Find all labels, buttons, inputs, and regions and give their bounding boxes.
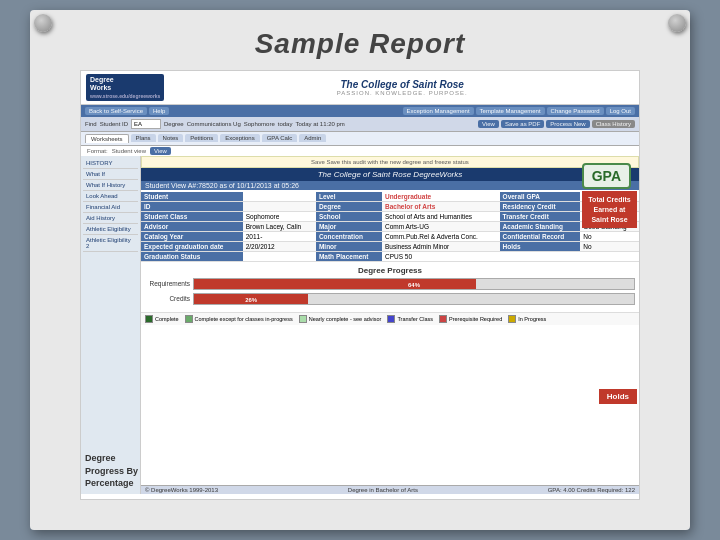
tab-exceptions[interactable]: Exceptions [220,134,259,142]
legend-transfer: Transfer Class [387,315,433,323]
legend-in-progress: In Progress [508,315,546,323]
advisor-value: Brown Lacey, Calin [243,221,316,231]
class-label-t: Student Class [141,211,243,221]
student-info-table: Student Level Undergraduate Overall GPA … [141,192,639,262]
math-value: CPUS 50 [382,251,500,261]
minor-value: Business Admin Minor [382,241,500,251]
legend-complete-icon [145,315,153,323]
gpa-callout: GPA [582,163,631,189]
legend-nearly-label: Nearly complete - see advisor [309,316,382,322]
advisor-label: Advisor [141,221,243,231]
transfer-label: Transfer Credit [500,211,581,221]
school-value: School of Arts and Humanities [382,211,500,221]
student-id-label: Student ID [100,121,128,127]
tab-notes[interactable]: Notes [158,134,184,142]
holds-callout: Holds [599,389,637,404]
degree-label-bottom: Degree in Bachelor of Arts [348,487,418,493]
overall-gpa-label: Overall GPA [500,192,581,202]
standing-label: Academic Standing [500,221,581,231]
legend-nearly: Nearly complete - see advisor [299,315,382,323]
grad-status-value [243,251,316,261]
sub-view-btn[interactable]: View [150,147,171,155]
class-history-button[interactable]: Class History [592,120,635,128]
degree-col-value: Bachelor of Arts [382,201,500,211]
legend-complete-label: Complete [155,316,179,322]
pin-top-right [668,14,686,32]
sidebar-item-financial-aid[interactable]: Financial Aid [83,202,138,213]
grad-status-label: Graduation Status [141,251,243,261]
tab-admin[interactable]: Admin [299,134,326,142]
minor-label: Minor [316,241,382,251]
credits-callout: Total Credits Earned at Saint Rose [582,191,637,228]
sidebar-item-athletic2[interactable]: Athletic Eligibility 2 [83,235,138,252]
exp-grad-value: 2/20/2012 [243,241,316,251]
exp-grad-label: Expected graduation date [141,241,243,251]
process-new-button[interactable]: Process New [546,120,589,128]
progress-row-requirements: Requirements 64% [145,278,635,290]
id-value [243,201,316,211]
sidebar-item-history[interactable]: HISTORY [83,158,138,169]
screen-area: Degree Works www.strose.edu/degreeworks … [80,70,640,500]
holds-label: Holds [500,241,581,251]
math-label: Math Placement [316,251,382,261]
major-col-label: Major [316,221,382,231]
college-name: The College of Saint Rose [170,79,634,90]
sidebar-item-athletic[interactable]: Athletic Eligibility [83,224,138,235]
credits-label: Credits [145,295,190,302]
student-id-input[interactable] [131,119,161,129]
residency-label: Residency Credit [500,201,581,211]
confidential-value: No [580,231,639,241]
save-pdf-button[interactable]: Save as PDF [501,120,544,128]
tab-petitions[interactable]: Petitions [185,134,218,142]
requirements-label: Requirements [145,280,190,287]
tab-gpa-calc[interactable]: GPA Calc [262,134,298,142]
college-tagline: PASSION. KNOWLEDGE. PURPOSE. [170,90,634,96]
level-value: Undergraduate [382,192,500,202]
nav-password[interactable]: Change Password [547,107,604,115]
nav-bar: Back to Self-Service Help Exception Mana… [81,105,639,117]
legend-prereq-icon [439,315,447,323]
student-view-header: Student View A#:78520 as of 10/11/2013 a… [141,181,639,190]
student-value [243,192,316,202]
paper-background: Sample Report Degree Works www.strose.ed… [30,10,690,530]
sidebar-item-whatif-history[interactable]: What If History [83,180,138,191]
nav-help[interactable]: Help [149,107,169,115]
tab-plans[interactable]: Plans [131,134,156,142]
legend-in-progress-class: Complete except for classes in-progress [185,315,293,323]
main-content: Save Save this audit with the new degree… [141,156,639,494]
degree-col-label: Degree [316,201,382,211]
catalog-label: Catalog Year [141,231,243,241]
degree-progress-section: Degree Progress Requirements 64% Credits… [141,262,639,312]
student-label: Student [141,192,243,202]
credits-pct: 26% [245,294,257,306]
audit-label: today [278,121,293,127]
requirements-pct: 64% [408,279,420,291]
confidential-label: Confidential Record [500,231,581,241]
nav-template[interactable]: Template Management [476,107,545,115]
report-title: Sample Report [30,28,690,60]
major-label: Communications Ug [187,121,241,127]
sidebar-item-aid-history[interactable]: Aid History [83,213,138,224]
nav-back[interactable]: Back to Self-Service [85,107,147,115]
legend-ip-label: In Progress [518,316,546,322]
tab-worksheets[interactable]: Worksheets [85,134,129,143]
class-label: Sophomore [244,121,275,127]
requirements-bar-bg: 64% [193,278,635,290]
nav-logout[interactable]: Log Out [606,107,635,115]
toolbar: Find Student ID Degree Communications Ug… [81,117,639,132]
holds-value: No [580,241,639,251]
nav-exception[interactable]: Exception Management [403,107,474,115]
legend-prereq-label: Prerequisite Required [449,316,502,322]
tabs-row: Worksheets Plans Notes Petitions Excepti… [81,132,639,146]
legend-inprog-label: Complete except for classes in-progress [195,316,293,322]
degree-progress-title: Degree Progress [145,266,635,275]
refresh-label: Today at 11:20 pm [295,121,344,127]
legend-complete: Complete [145,315,179,323]
view-button[interactable]: View [478,120,499,128]
legend-nearly-icon [299,315,307,323]
progress-row-credits: Credits 26% [145,293,635,305]
tabs-sub: Format: Student view View [81,146,639,156]
sidebar-item-whatif[interactable]: What If [83,169,138,180]
sidebar-item-look-ahead[interactable]: Look Ahead [83,191,138,202]
bottom-bar: © DegreeWorks 1999-2013 Degree in Bachel… [141,485,639,494]
